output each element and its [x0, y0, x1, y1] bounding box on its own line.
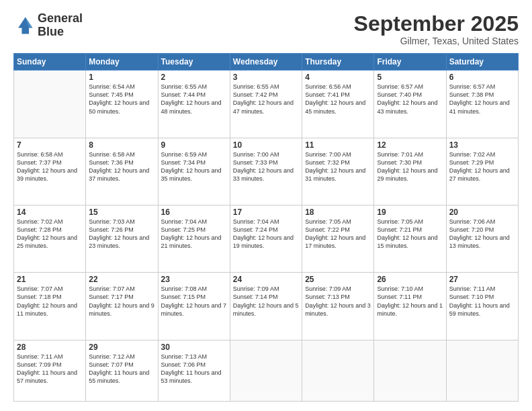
calendar-cell: 27Sunrise: 7:11 AM Sunset: 7:10 PM Dayli… — [446, 273, 518, 340]
day-info: Sunrise: 7:12 AM Sunset: 7:07 PM Dayligh… — [89, 353, 154, 385]
calendar-cell — [446, 340, 518, 401]
day-number: 16 — [161, 208, 227, 217]
col-tuesday: Tuesday — [158, 54, 230, 71]
header: General Blue September 2025 Gilmer, Texa… — [13, 12, 519, 46]
calendar-cell: 21Sunrise: 7:07 AM Sunset: 7:18 PM Dayli… — [14, 273, 86, 340]
calendar-cell: 28Sunrise: 7:11 AM Sunset: 7:09 PM Dayli… — [14, 340, 86, 401]
calendar-cell: 24Sunrise: 7:09 AM Sunset: 7:14 PM Dayli… — [230, 273, 302, 340]
day-number: 27 — [449, 275, 515, 284]
day-info: Sunrise: 6:57 AM Sunset: 7:38 PM Dayligh… — [449, 83, 515, 116]
day-info: Sunrise: 7:07 AM Sunset: 7:17 PM Dayligh… — [89, 285, 154, 318]
day-number: 26 — [377, 275, 443, 284]
col-saturday: Saturday — [446, 54, 518, 71]
day-info: Sunrise: 6:54 AM Sunset: 7:45 PM Dayligh… — [89, 83, 154, 116]
day-info: Sunrise: 7:13 AM Sunset: 7:06 PM Dayligh… — [161, 353, 227, 385]
calendar-cell: 1Sunrise: 6:54 AM Sunset: 7:45 PM Daylig… — [86, 71, 158, 138]
calendar-cell: 13Sunrise: 7:02 AM Sunset: 7:29 PM Dayli… — [446, 138, 518, 205]
day-number: 17 — [233, 208, 299, 217]
day-info: Sunrise: 7:11 AM Sunset: 7:09 PM Dayligh… — [17, 353, 83, 385]
day-info: Sunrise: 7:07 AM Sunset: 7:18 PM Dayligh… — [17, 285, 83, 318]
calendar-cell: 2Sunrise: 6:55 AM Sunset: 7:44 PM Daylig… — [158, 71, 230, 138]
calendar-week-4: 21Sunrise: 7:07 AM Sunset: 7:18 PM Dayli… — [14, 273, 519, 340]
day-info: Sunrise: 6:55 AM Sunset: 7:44 PM Dayligh… — [161, 83, 227, 116]
day-info: Sunrise: 7:08 AM Sunset: 7:15 PM Dayligh… — [161, 285, 227, 318]
calendar-cell: 10Sunrise: 7:00 AM Sunset: 7:33 PM Dayli… — [230, 138, 302, 205]
col-friday: Friday — [374, 54, 446, 71]
month-title: September 2025 — [354, 12, 519, 36]
day-number: 20 — [449, 208, 515, 217]
calendar-cell: 6Sunrise: 6:57 AM Sunset: 7:38 PM Daylig… — [446, 71, 518, 138]
calendar-cell: 17Sunrise: 7:04 AM Sunset: 7:24 PM Dayli… — [230, 205, 302, 272]
calendar-cell: 22Sunrise: 7:07 AM Sunset: 7:17 PM Dayli… — [86, 273, 158, 340]
day-info: Sunrise: 7:02 AM Sunset: 7:29 PM Dayligh… — [449, 150, 515, 183]
day-info: Sunrise: 6:59 AM Sunset: 7:34 PM Dayligh… — [161, 150, 227, 183]
day-info: Sunrise: 7:05 AM Sunset: 7:21 PM Dayligh… — [377, 218, 443, 250]
calendar-week-2: 7Sunrise: 6:58 AM Sunset: 7:37 PM Daylig… — [14, 138, 519, 205]
day-number: 8 — [89, 140, 154, 150]
day-info: Sunrise: 6:55 AM Sunset: 7:42 PM Dayligh… — [233, 83, 299, 116]
calendar-header-row: Sunday Monday Tuesday Wednesday Thursday… — [14, 54, 519, 71]
day-number: 1 — [89, 73, 154, 82]
day-info: Sunrise: 7:02 AM Sunset: 7:28 PM Dayligh… — [17, 218, 83, 250]
calendar-cell: 30Sunrise: 7:13 AM Sunset: 7:06 PM Dayli… — [158, 340, 230, 401]
day-info: Sunrise: 7:03 AM Sunset: 7:26 PM Dayligh… — [89, 218, 154, 250]
day-number: 9 — [161, 140, 227, 150]
calendar-cell — [230, 340, 302, 401]
col-wednesday: Wednesday — [230, 54, 302, 71]
day-number: 6 — [449, 73, 515, 82]
day-number: 10 — [233, 140, 299, 150]
logo-text: General Blue — [38, 12, 83, 39]
calendar-cell: 12Sunrise: 7:01 AM Sunset: 7:30 PM Dayli… — [374, 138, 446, 205]
day-number: 13 — [449, 140, 515, 150]
calendar-cell: 18Sunrise: 7:05 AM Sunset: 7:22 PM Dayli… — [302, 205, 374, 272]
calendar-cell: 19Sunrise: 7:05 AM Sunset: 7:21 PM Dayli… — [374, 205, 446, 272]
day-info: Sunrise: 7:01 AM Sunset: 7:30 PM Dayligh… — [377, 150, 443, 183]
calendar-cell: 23Sunrise: 7:08 AM Sunset: 7:15 PM Dayli… — [158, 273, 230, 340]
day-info: Sunrise: 7:09 AM Sunset: 7:13 PM Dayligh… — [305, 285, 371, 318]
calendar-cell: 25Sunrise: 7:09 AM Sunset: 7:13 PM Dayli… — [302, 273, 374, 340]
day-number: 7 — [17, 140, 83, 150]
calendar-cell: 7Sunrise: 6:58 AM Sunset: 7:37 PM Daylig… — [14, 138, 86, 205]
day-number: 25 — [305, 275, 371, 284]
day-info: Sunrise: 6:57 AM Sunset: 7:40 PM Dayligh… — [377, 83, 443, 116]
calendar-cell: 20Sunrise: 7:06 AM Sunset: 7:20 PM Dayli… — [446, 205, 518, 272]
calendar-cell: 26Sunrise: 7:10 AM Sunset: 7:11 PM Dayli… — [374, 273, 446, 340]
day-info: Sunrise: 6:58 AM Sunset: 7:36 PM Dayligh… — [89, 150, 154, 183]
day-number: 19 — [377, 208, 443, 217]
day-number: 30 — [161, 342, 227, 352]
day-info: Sunrise: 7:06 AM Sunset: 7:20 PM Dayligh… — [449, 218, 515, 250]
day-number: 28 — [17, 342, 83, 352]
day-number: 2 — [161, 73, 227, 82]
calendar-week-5: 28Sunrise: 7:11 AM Sunset: 7:09 PM Dayli… — [14, 340, 519, 401]
calendar-cell — [302, 340, 374, 401]
location: Gilmer, Texas, United States — [354, 36, 519, 46]
day-number: 22 — [89, 275, 154, 284]
calendar-cell: 11Sunrise: 7:00 AM Sunset: 7:32 PM Dayli… — [302, 138, 374, 205]
day-info: Sunrise: 7:04 AM Sunset: 7:25 PM Dayligh… — [161, 218, 227, 250]
day-number: 18 — [305, 208, 371, 217]
day-info: Sunrise: 7:00 AM Sunset: 7:33 PM Dayligh… — [233, 150, 299, 183]
day-number: 24 — [233, 275, 299, 284]
calendar-cell: 4Sunrise: 6:56 AM Sunset: 7:41 PM Daylig… — [302, 71, 374, 138]
calendar-cell: 9Sunrise: 6:59 AM Sunset: 7:34 PM Daylig… — [158, 138, 230, 205]
col-thursday: Thursday — [302, 54, 374, 71]
day-number: 4 — [305, 73, 371, 82]
calendar-week-3: 14Sunrise: 7:02 AM Sunset: 7:28 PM Dayli… — [14, 205, 519, 272]
day-number: 3 — [233, 73, 299, 82]
calendar-cell: 15Sunrise: 7:03 AM Sunset: 7:26 PM Dayli… — [86, 205, 158, 272]
page: General Blue September 2025 Gilmer, Texa… — [0, 0, 532, 411]
day-info: Sunrise: 7:04 AM Sunset: 7:24 PM Dayligh… — [233, 218, 299, 250]
calendar-cell — [374, 340, 446, 401]
day-info: Sunrise: 6:58 AM Sunset: 7:37 PM Dayligh… — [17, 150, 83, 183]
day-number: 14 — [17, 208, 83, 217]
col-monday: Monday — [86, 54, 158, 71]
calendar-cell: 14Sunrise: 7:02 AM Sunset: 7:28 PM Dayli… — [14, 205, 86, 272]
calendar-cell: 3Sunrise: 6:55 AM Sunset: 7:42 PM Daylig… — [230, 71, 302, 138]
day-number: 21 — [17, 275, 83, 284]
day-info: Sunrise: 7:11 AM Sunset: 7:10 PM Dayligh… — [449, 285, 515, 318]
calendar-cell: 8Sunrise: 6:58 AM Sunset: 7:36 PM Daylig… — [86, 138, 158, 205]
day-number: 15 — [89, 208, 154, 217]
day-number: 12 — [377, 140, 443, 150]
col-sunday: Sunday — [14, 54, 86, 71]
logo-icon — [13, 15, 35, 36]
